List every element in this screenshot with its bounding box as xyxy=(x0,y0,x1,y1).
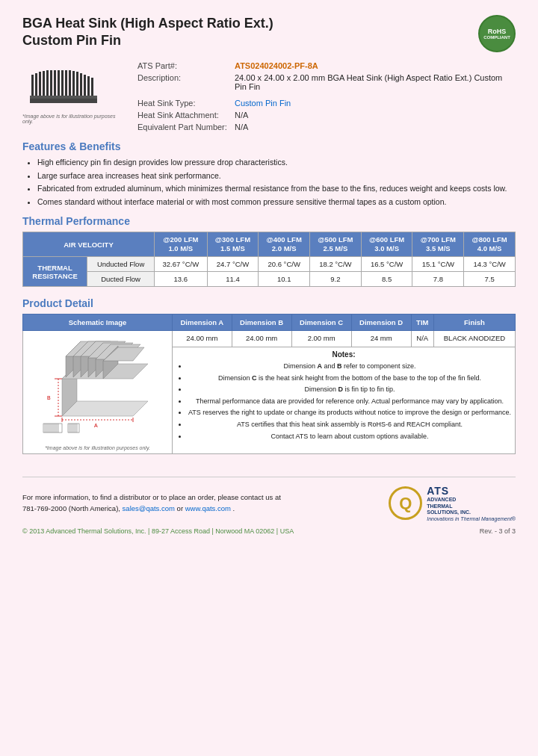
rohs-badge: RoHS COMPLIANT xyxy=(478,15,516,52)
heat-sink-type-value: Custom Pin Fin xyxy=(235,99,291,108)
unducted-200: 32.67 °C/W xyxy=(155,257,208,272)
ducted-500: 9.2 xyxy=(310,272,362,287)
ducted-300: 11.4 xyxy=(207,272,259,287)
note-6: ATS certifies that this heat sink assemb… xyxy=(188,420,512,430)
description-value: 24.00 x 24.00 x 2.00 mm BGA Heat Sink (H… xyxy=(232,72,516,93)
svg-rect-2 xyxy=(35,73,37,97)
ats-part-label: ATS Part#: xyxy=(134,60,232,72)
product-image xyxy=(22,60,105,112)
finish-value: BLACK ANODIZED xyxy=(433,331,515,347)
feature-item-2: Large surface area increases heat sink p… xyxy=(37,170,516,182)
product-detail-title: Product Detail xyxy=(22,297,516,309)
description-label: Description: xyxy=(134,72,232,93)
note-7: Contact ATS to learn about custom option… xyxy=(188,432,512,441)
footer-page-number: Rev. - 3 of 3 xyxy=(480,527,516,535)
unducted-400: 20.6 °C/W xyxy=(259,257,310,272)
notes-list: Dimension A and B refer to component siz… xyxy=(176,362,512,441)
dim-d-value: 24 mm xyxy=(351,331,411,347)
ats-part-number: ATS024024002-PF-8A xyxy=(235,61,318,70)
svg-rect-12 xyxy=(72,71,75,97)
equiv-part-value: N/A xyxy=(232,121,516,133)
svg-rect-17 xyxy=(91,78,93,97)
schematic-image-cell: B A xyxy=(23,331,173,454)
attachment-label: Heat Sink Attachment: xyxy=(134,109,232,121)
dim-b-value: 24.00 mm xyxy=(232,331,291,347)
note-5: ATS reserves the right to update or chan… xyxy=(188,408,512,418)
col-schematic: Schematic Image xyxy=(23,315,173,331)
col-dim-b: Dimension B xyxy=(232,315,291,331)
footer-phone: 781-769-2000 (North America), xyxy=(22,504,123,512)
svg-rect-7 xyxy=(54,70,56,97)
col-600lfm: @600 LFM 3.0 M/S xyxy=(361,232,412,257)
image-caption: *Image above is for illustration purpose… xyxy=(22,114,120,124)
footer-email[interactable]: sales@qats.com xyxy=(123,504,175,512)
svg-rect-14 xyxy=(80,73,82,97)
features-title: Features & Benefits xyxy=(22,140,516,152)
schematic-caption: *Image above is for illustration purpose… xyxy=(26,445,169,450)
product-detail-table: Schematic Image Dimension A Dimension B … xyxy=(22,314,516,454)
unducted-600: 16.5 °C/W xyxy=(361,257,412,272)
product-image-area: *Image above is for illustration purpose… xyxy=(22,60,120,133)
col-800lfm: @800 LFM 4.0 M/S xyxy=(464,232,516,257)
col-dim-c: Dimension C xyxy=(291,315,351,331)
svg-text:A: A xyxy=(94,423,98,428)
ducted-600: 8.5 xyxy=(361,272,412,287)
thermal-resistance-header: THERMALRESISTANCE xyxy=(23,257,87,287)
unducted-flow-label: Unducted Flow xyxy=(87,257,155,272)
col-dim-d: Dimension D xyxy=(351,315,411,331)
ducted-400: 10.1 xyxy=(259,272,310,287)
col-400lfm: @400 LFM 2.0 M/S xyxy=(259,232,310,257)
unducted-700: 15.1 °C/W xyxy=(412,257,464,272)
unducted-500: 18.2 °C/W xyxy=(310,257,362,272)
heat-sink-type-label: Heat Sink Type: xyxy=(134,97,232,109)
svg-text:B: B xyxy=(47,395,51,400)
note-2: Dimension C is the heat sink height from… xyxy=(188,374,512,383)
notes-title: Notes: xyxy=(176,350,512,359)
col-500lfm: @500 LFM 2.5 M/S xyxy=(310,232,362,257)
svg-rect-3 xyxy=(39,72,41,97)
ats-logo-q: Q xyxy=(389,486,422,520)
col-dim-a: Dimension A xyxy=(173,315,232,331)
col-700lfm: @700 LFM 3.5 M/S xyxy=(412,232,464,257)
svg-rect-6 xyxy=(50,70,52,97)
svg-rect-10 xyxy=(65,70,67,97)
col-200lfm: @200 LFM 1.0 M/S xyxy=(155,232,208,257)
note-3: Dimension D is fin tip to fin tip. xyxy=(188,385,512,394)
ducted-200: 13.6 xyxy=(155,272,208,287)
col-finish: Finish xyxy=(433,315,515,331)
notes-cell: Notes: Dimension A and B refer to compon… xyxy=(173,347,516,453)
svg-rect-13 xyxy=(76,72,78,97)
footer-copyright: © 2013 Advanced Thermal Solutions, Inc. … xyxy=(22,527,294,535)
svg-rect-8 xyxy=(58,70,60,97)
thermal-performance-title: Thermal Performance xyxy=(22,215,516,227)
unducted-800: 14.3 °C/W xyxy=(464,257,516,272)
footer-contact: For more information, to find a distribu… xyxy=(22,492,281,514)
svg-rect-5 xyxy=(46,70,49,97)
svg-rect-16 xyxy=(87,76,90,97)
equiv-part-label: Equivalent Part Number: xyxy=(134,121,232,133)
svg-rect-4 xyxy=(43,71,45,97)
feature-item-1: High efficiency pin fin design provides … xyxy=(37,157,516,168)
ats-logo: Q ATS ADVANCED THERMAL SOLUTIONS, INC. I… xyxy=(389,485,516,521)
page-title: BGA Heat Sink (High Aspect Ratio Ext.) C… xyxy=(22,15,273,50)
unducted-300: 24.7 °C/W xyxy=(207,257,259,272)
ats-logo-text: ATS ADVANCED THERMAL SOLUTIONS, INC. Inn… xyxy=(427,485,516,521)
col-300lfm: @300 LFM 1.5 M/S xyxy=(207,232,259,257)
features-list: High efficiency pin fin design provides … xyxy=(22,157,516,208)
note-4: Thermal performance data are provided fo… xyxy=(188,397,512,406)
part-details: ATS Part#: ATS024024002-PF-8A Descriptio… xyxy=(134,60,516,133)
dim-c-value: 2.00 mm xyxy=(291,331,351,347)
svg-rect-18 xyxy=(30,96,97,99)
svg-rect-9 xyxy=(61,70,64,97)
svg-rect-11 xyxy=(69,70,71,97)
air-velocity-header: AIR VELOCITY xyxy=(23,232,155,257)
footer-section: For more information, to find a distribu… xyxy=(22,477,516,534)
col-tim: TIM xyxy=(411,315,433,331)
ducted-800: 7.5 xyxy=(464,272,516,287)
footer-website[interactable]: www.qats.com xyxy=(185,504,231,512)
ducted-700: 7.8 xyxy=(412,272,464,287)
svg-rect-15 xyxy=(84,75,86,97)
attachment-value: N/A xyxy=(232,109,516,121)
thermal-performance-table: AIR VELOCITY @200 LFM 1.0 M/S @300 LFM 1… xyxy=(22,232,516,288)
ducted-flow-label: Ducted Flow xyxy=(87,272,155,287)
